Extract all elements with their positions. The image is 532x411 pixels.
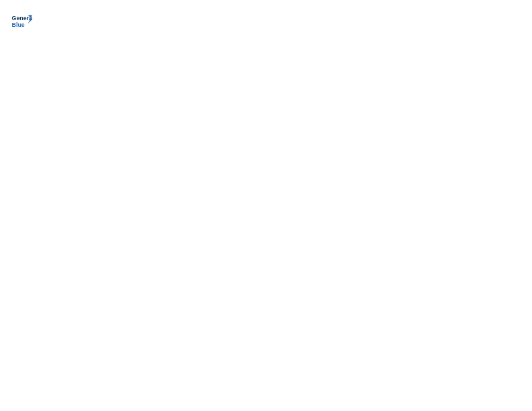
logo-icon: General Blue: [11, 11, 32, 32]
logo: General Blue: [11, 11, 32, 32]
page-header: General Blue: [11, 11, 521, 32]
svg-text:Blue: Blue: [12, 21, 25, 28]
